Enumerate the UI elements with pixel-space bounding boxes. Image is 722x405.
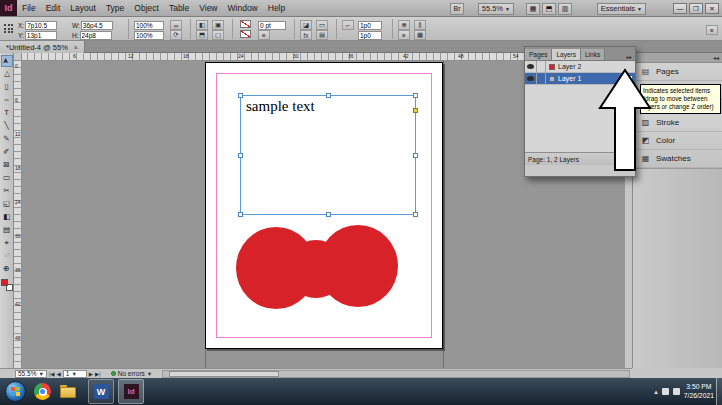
- corner-radius-field[interactable]: [358, 21, 382, 30]
- frame-handle-top-right[interactable]: [413, 93, 418, 98]
- tab-layers[interactable]: Layers: [552, 49, 581, 60]
- tab-close-icon[interactable]: ×: [74, 44, 78, 51]
- layer-name[interactable]: Layer 2: [558, 63, 581, 70]
- y-position-field[interactable]: [25, 31, 57, 40]
- height-field[interactable]: [80, 31, 112, 40]
- align-center-icon[interactable]: ≡: [398, 30, 410, 40]
- indesign-taskbar-button[interactable]: Id: [118, 379, 144, 404]
- type-tool[interactable]: T: [1, 107, 13, 119]
- rectangle-frame-tool[interactable]: ⊠: [1, 159, 13, 171]
- bridge-button[interactable]: Br: [448, 2, 464, 15]
- last-page-button[interactable]: ▶|: [95, 371, 101, 377]
- menu-view[interactable]: View: [194, 3, 222, 13]
- frame-handle-middle-left[interactable]: [238, 153, 243, 158]
- chrome-taskbar-icon[interactable]: [34, 383, 51, 400]
- pen-tool[interactable]: ✎: [1, 133, 13, 145]
- arrange-documents-icon[interactable]: ▥: [558, 3, 572, 15]
- bridge-icon[interactable]: Br: [450, 3, 464, 15]
- text-frame[interactable]: sample text: [240, 95, 416, 215]
- distribute-icon[interactable]: ⫼: [414, 20, 426, 30]
- width-field[interactable]: [81, 21, 113, 30]
- align-left-icon[interactable]: ≣: [398, 20, 410, 30]
- scale-x-field[interactable]: [134, 21, 164, 30]
- view-options-icon[interactable]: ▦: [526, 3, 540, 15]
- dock-collapse-bar[interactable]: ◂◂: [633, 53, 722, 63]
- screen-mode-icon[interactable]: ⬒: [542, 3, 556, 15]
- scale-y-field[interactable]: [134, 31, 164, 40]
- stroke-weight-field[interactable]: [258, 21, 286, 30]
- eyedropper-tool[interactable]: ⌖: [1, 237, 13, 249]
- object-styles-icon[interactable]: ▦: [414, 30, 426, 40]
- show-hidden-icons-icon[interactable]: ▴: [654, 388, 658, 396]
- next-page-button[interactable]: ▶: [89, 371, 93, 377]
- previous-page-button[interactable]: ◀: [57, 371, 61, 377]
- visibility-toggle[interactable]: [525, 73, 537, 85]
- preflight-status-text[interactable]: No errors: [118, 370, 145, 377]
- menu-object[interactable]: Object: [129, 3, 164, 13]
- panel-collapse-icon[interactable]: ▸▸: [626, 54, 635, 60]
- line-tool[interactable]: ╲: [1, 120, 13, 132]
- frame-handle-bottom-center[interactable]: [326, 212, 331, 217]
- frame-handle-bottom-left[interactable]: [238, 212, 243, 217]
- horizontal-scrollbar-thumb[interactable]: [169, 371, 279, 377]
- scissors-tool[interactable]: ✂: [1, 185, 13, 197]
- frame-handle-top-left[interactable]: [238, 93, 243, 98]
- tab-pages[interactable]: Pages: [525, 49, 552, 60]
- page-number-dropdown[interactable]: 1 ▼: [63, 370, 87, 378]
- note-tool[interactable]: ▤: [1, 224, 13, 236]
- drop-shadow-icon[interactable]: ◪: [300, 20, 312, 30]
- first-page-button[interactable]: |◀: [49, 371, 55, 377]
- reference-point-proxy[interactable]: [4, 24, 14, 34]
- page-tool[interactable]: ▯: [1, 81, 13, 93]
- text-frame-content[interactable]: sample text: [241, 96, 415, 115]
- workspace-switcher[interactable]: Essentials ▼: [597, 3, 646, 15]
- ruler-origin[interactable]: [14, 53, 22, 61]
- direct-selection-tool[interactable]: ▷: [1, 68, 13, 80]
- word-taskbar-button[interactable]: W: [88, 379, 114, 404]
- menu-layout[interactable]: Layout: [65, 3, 101, 13]
- fill-stroke-controls[interactable]: [1, 279, 13, 291]
- document-page[interactable]: sample text: [205, 62, 443, 349]
- pencil-tool[interactable]: ✐: [1, 146, 13, 158]
- flip-vertical-icon[interactable]: ⬒: [196, 30, 208, 40]
- control-panel-menu-icon[interactable]: ≡: [706, 25, 718, 35]
- menu-edit[interactable]: Edit: [41, 3, 66, 13]
- maximize-button[interactable]: ❐: [689, 3, 703, 14]
- fill-none-swatch[interactable]: [240, 20, 251, 28]
- text-wrap-none-icon[interactable]: ▭: [316, 20, 328, 30]
- free-transform-tool[interactable]: ◱: [1, 198, 13, 210]
- stroke-none-swatch[interactable]: [240, 30, 251, 38]
- rectangle-tool[interactable]: ▭: [1, 172, 13, 184]
- volume-icon[interactable]: [673, 388, 680, 395]
- zoom-percentage-box[interactable]: 55.5% ▼: [15, 370, 47, 378]
- frame-handle-top-center[interactable]: [326, 93, 331, 98]
- collapse-panels-icon[interactable]: ◂◂: [713, 54, 719, 61]
- minimize-button[interactable]: —: [673, 3, 687, 14]
- stroke-type-icon[interactable]: ≡: [258, 30, 270, 40]
- x-position-field[interactable]: [25, 21, 57, 30]
- lock-toggle[interactable]: [537, 73, 546, 85]
- effects-icon[interactable]: fx: [300, 30, 312, 40]
- fill-color-swatch[interactable]: [1, 279, 8, 286]
- explorer-taskbar-icon[interactable]: [60, 383, 77, 400]
- select-container-icon[interactable]: ▣: [212, 20, 224, 30]
- zoom-level-dropdown[interactable]: 55.5% ▼: [478, 3, 514, 15]
- frame-handle-bottom-right[interactable]: [413, 212, 418, 217]
- corner-options-handle[interactable]: [413, 108, 418, 113]
- frame-handle-middle-right[interactable]: [413, 153, 418, 158]
- show-desktop-button[interactable]: [716, 378, 722, 405]
- lock-toggle[interactable]: [537, 61, 546, 73]
- tab-links[interactable]: Links: [581, 49, 605, 60]
- taskbar-clock[interactable]: 3:50 PM 7/26/2021: [684, 383, 714, 400]
- gap-tool[interactable]: ⇔: [1, 94, 13, 106]
- menu-type[interactable]: Type: [101, 3, 129, 13]
- flip-horizontal-icon[interactable]: ◧: [196, 20, 208, 30]
- network-icon[interactable]: [662, 388, 669, 395]
- close-button[interactable]: ✕: [705, 3, 719, 14]
- start-button[interactable]: [5, 381, 26, 402]
- red-circle-middle[interactable]: [286, 240, 346, 298]
- corner-options-icon[interactable]: ⌐: [342, 20, 354, 30]
- menu-window[interactable]: Window: [223, 3, 263, 13]
- select-content-icon[interactable]: ▢: [212, 30, 224, 40]
- horizontal-scrollbar[interactable]: [162, 370, 630, 378]
